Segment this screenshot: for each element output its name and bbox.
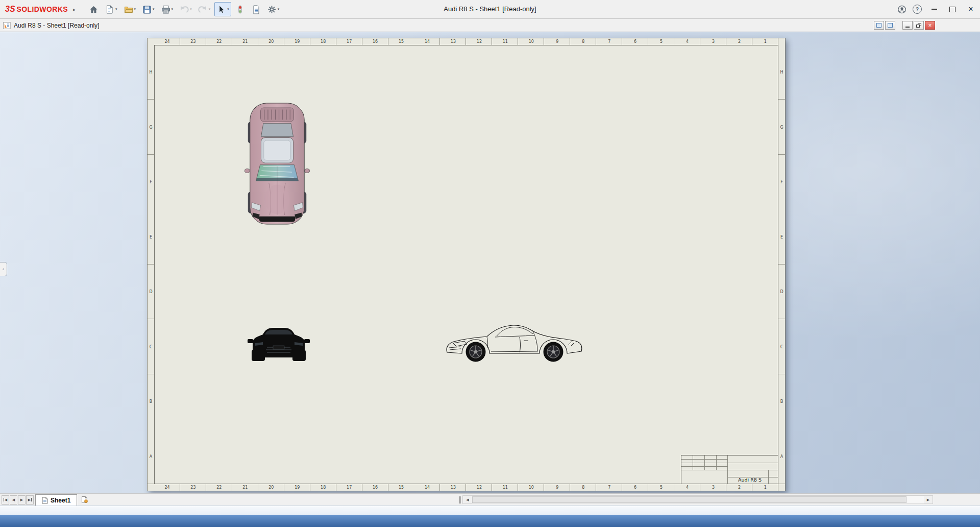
- zone-label: 17: [336, 484, 362, 491]
- zone-label: 4: [674, 484, 700, 491]
- zone-label: 5: [648, 484, 674, 491]
- zone-label: 22: [206, 484, 232, 491]
- zone-label: 2: [726, 38, 752, 45]
- dropdown-arrow-icon[interactable]: ▾: [172, 7, 174, 11]
- print-button[interactable]: ▾: [159, 2, 176, 16]
- main-toolbar-area: 3S SOLIDWORKS ▸ ▾ ▾ ▾: [0, 0, 281, 18]
- zone-label: D: [148, 265, 154, 320]
- save-button[interactable]: ▾: [140, 2, 157, 16]
- redo-button[interactable]: ▾: [196, 2, 213, 16]
- open-button[interactable]: ▾: [121, 2, 138, 16]
- dropdown-arrow-icon[interactable]: ▾: [190, 7, 192, 11]
- print-icon: [161, 5, 170, 14]
- zone-band-top: 242322212019181716151413121110987654321: [154, 38, 778, 45]
- tab-sheet1[interactable]: Sheet1: [35, 494, 77, 506]
- undo-icon: [179, 5, 189, 14]
- undo-button[interactable]: ▾: [177, 2, 194, 16]
- maximize-icon: [949, 7, 955, 12]
- previous-sheet-button[interactable]: ◀: [10, 495, 17, 505]
- title-block-line: [693, 456, 693, 470]
- minimize-button[interactable]: [925, 0, 943, 18]
- zone-label: 6: [622, 38, 648, 45]
- zone-label: 5: [648, 38, 674, 45]
- zone-label: 17: [336, 38, 362, 45]
- drawing-view-side[interactable]: [444, 320, 585, 364]
- graphics-area: ‹ 24232221201918171615141312111098765432…: [0, 32, 980, 493]
- close-icon: ×: [928, 22, 932, 29]
- drawing-view-front[interactable]: [248, 323, 310, 363]
- zone-label: 16: [362, 484, 388, 491]
- next-sheet-button[interactable]: ▶: [18, 495, 26, 505]
- title-block-line: [704, 456, 705, 470]
- first-sheet-button[interactable]: ◀: [2, 495, 9, 505]
- window-pane-button-2[interactable]: [885, 21, 895, 30]
- zone-label: 21: [232, 38, 258, 45]
- window-pane-button-1[interactable]: [874, 21, 884, 30]
- dropdown-arrow-icon[interactable]: ▾: [278, 7, 280, 11]
- new-document-button[interactable]: ▾: [103, 2, 119, 16]
- title-block-line: [716, 456, 717, 470]
- new-document-icon: [105, 5, 114, 14]
- featuremanager-flyout-tab[interactable]: ‹: [0, 262, 7, 276]
- rebuild-button[interactable]: [233, 2, 247, 16]
- zone-label: E: [778, 210, 785, 265]
- dassault-logo-glyph: 3S: [5, 5, 15, 14]
- select-tool-button[interactable]: ▾: [214, 2, 231, 16]
- document-window-controls: ×: [873, 21, 935, 30]
- drawing-sheet[interactable]: 242322212019181716151413121110987654321 …: [147, 38, 786, 491]
- zone-label: 18: [310, 484, 336, 491]
- zone-label: 3: [700, 38, 726, 45]
- last-sheet-icon: ▶: [28, 498, 31, 502]
- zone-label: G: [778, 100, 785, 155]
- dropdown-arrow-icon[interactable]: ▾: [115, 7, 117, 11]
- scrollbar-track[interactable]: [472, 496, 924, 504]
- drawing-view-top[interactable]: [244, 95, 310, 232]
- document-close-button[interactable]: ×: [925, 21, 935, 30]
- window-pane-icon: [876, 23, 881, 28]
- file-properties-button[interactable]: [249, 2, 263, 16]
- last-sheet-button[interactable]: ▶: [26, 495, 34, 505]
- scroll-right-button[interactable]: ▶: [924, 496, 933, 504]
- zone-label: A: [778, 429, 785, 485]
- document-restore-button[interactable]: [914, 21, 924, 30]
- zone-label: 18: [310, 38, 336, 45]
- zone-label: 19: [284, 38, 310, 45]
- zone-label: 14: [414, 484, 440, 491]
- scroll-left-button[interactable]: ◀: [463, 496, 472, 504]
- zone-label: 10: [518, 484, 544, 491]
- home-button[interactable]: [87, 2, 101, 16]
- scroll-right-icon: ▶: [927, 498, 929, 502]
- title-block-line: [681, 463, 778, 463]
- redo-icon: [198, 5, 208, 14]
- options-button[interactable]: ▾: [265, 2, 282, 16]
- help-icon: ?: [913, 5, 922, 14]
- zone-label: 11: [492, 38, 518, 45]
- dropdown-arrow-icon[interactable]: ▾: [209, 7, 211, 11]
- home-icon: [89, 5, 99, 14]
- document-title: Audi R8 S - Sheet1 [Read-only]: [14, 22, 99, 29]
- dropdown-arrow-icon[interactable]: ▾: [153, 7, 155, 11]
- zone-label: 10: [518, 38, 544, 45]
- tab-strip-spacer: [92, 494, 458, 506]
- zone-band-bottom: 242322212019181716151413121110987654321: [154, 484, 778, 491]
- sheet-tab-label: Sheet1: [51, 497, 70, 504]
- maximize-button[interactable]: [943, 0, 962, 18]
- zone-label: 21: [232, 484, 258, 491]
- title-block: Audi R8 S: [681, 455, 778, 484]
- title-block-line: [727, 456, 728, 484]
- menu-expand-arrow[interactable]: ▸: [71, 6, 78, 13]
- dropdown-arrow-icon[interactable]: ▾: [227, 7, 229, 11]
- dropdown-arrow-icon[interactable]: ▾: [134, 7, 136, 11]
- scrollbar-thumb[interactable]: [472, 496, 906, 503]
- user-account-button[interactable]: [894, 0, 910, 18]
- horizontal-scrollbar: ◀ ▶: [462, 495, 933, 504]
- help-button[interactable]: ?: [910, 0, 925, 18]
- zone-label: 8: [570, 484, 596, 491]
- close-button[interactable]: ×: [962, 0, 980, 18]
- tab-scrollbar-splitter[interactable]: [458, 494, 462, 506]
- save-icon: [142, 5, 152, 14]
- add-sheet-button[interactable]: [77, 494, 92, 506]
- user-account-icon: [897, 5, 906, 14]
- document-minimize-button[interactable]: [902, 21, 913, 30]
- sheet-tab-bar: ◀ ◀ ▶ ▶ Sheet1 ◀ ▶: [0, 493, 980, 506]
